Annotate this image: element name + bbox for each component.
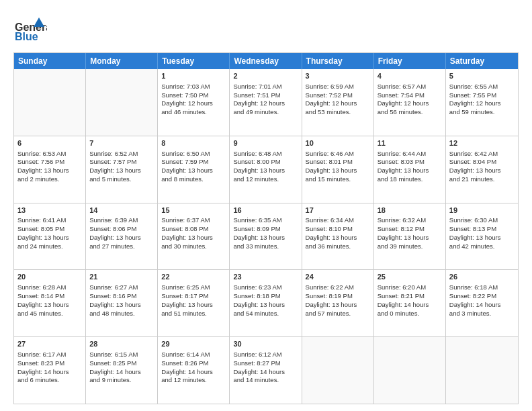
day-info-line: Sunset: 8:05 PM (17, 225, 82, 234)
day-info-line: Sunset: 7:59 PM (161, 158, 226, 167)
day-number: 21 (89, 272, 154, 282)
day-info-line: Daylight: 13 hours (233, 301, 298, 310)
logo: General Blue (13, 12, 47, 46)
day-info-line: Daylight: 13 hours (306, 301, 370, 310)
day-number: 23 (233, 272, 298, 282)
day-number: 14 (89, 205, 154, 216)
day-info-line: Sunrise: 6:27 AM (89, 283, 154, 292)
day-info-line: and 53 minutes. (306, 108, 370, 117)
calendar: SundayMondayTuesdayWednesdayThursdayFrid… (13, 52, 519, 404)
day-info-line: Daylight: 13 hours (89, 167, 154, 175)
day-info-line: Sunset: 8:09 PM (233, 225, 298, 234)
day-info-line: Sunrise: 6:15 AM (89, 351, 154, 359)
day-number: 4 (378, 71, 442, 81)
day-info-line: and 45 minutes. (17, 310, 82, 318)
day-info-line: and 24 minutes. (17, 242, 82, 251)
day-info-line: Sunrise: 6:42 AM (449, 150, 515, 158)
day-info-line: Sunset: 8:04 PM (449, 158, 515, 167)
day-info-line: Sunrise: 6:50 AM (161, 150, 226, 158)
day-info-line: and 15 minutes. (306, 175, 370, 184)
day-number: 5 (449, 71, 515, 81)
calendar-row-1: 1Sunrise: 7:03 AMSunset: 7:50 PMDaylight… (14, 69, 518, 136)
day-info-line: Sunrise: 6:20 AM (378, 283, 442, 292)
day-info-line: Sunrise: 6:17 AM (17, 351, 82, 359)
day-number: 7 (89, 138, 154, 148)
calendar-cell: 23Sunrise: 6:23 AMSunset: 8:18 PMDayligh… (230, 270, 302, 336)
calendar-cell: 29Sunrise: 6:14 AMSunset: 8:26 PMDayligh… (158, 337, 230, 404)
calendar-cell: 28Sunrise: 6:15 AMSunset: 8:25 PMDayligh… (86, 337, 158, 404)
day-info-line: and 57 minutes. (306, 310, 370, 318)
calendar-cell: 30Sunrise: 6:12 AMSunset: 8:27 PMDayligh… (230, 337, 302, 404)
day-info-line: Daylight: 13 hours (233, 167, 298, 175)
day-info-line: Sunset: 8:22 PM (449, 292, 515, 301)
day-info-line: Sunrise: 6:44 AM (378, 150, 442, 158)
day-info-line: Sunset: 7:52 PM (306, 91, 370, 100)
day-number: 3 (306, 71, 370, 81)
day-info-line: Sunrise: 6:41 AM (17, 216, 82, 225)
calendar-cell: 16Sunrise: 6:35 AMSunset: 8:09 PMDayligh… (230, 203, 302, 270)
header-day-tuesday: Tuesday (158, 53, 230, 69)
day-info-line: Daylight: 13 hours (161, 234, 226, 242)
day-info-line: and 48 minutes. (89, 310, 154, 318)
calendar-row-3: 13Sunrise: 6:41 AMSunset: 8:05 PMDayligh… (14, 203, 518, 271)
calendar-header: SundayMondayTuesdayWednesdayThursdayFrid… (14, 53, 518, 69)
svg-text:Blue: Blue (15, 31, 38, 42)
day-number: 2 (233, 71, 298, 81)
day-info-line: Daylight: 13 hours (449, 234, 515, 242)
day-info-line: Sunrise: 6:14 AM (161, 351, 226, 359)
day-info-line: and 0 minutes. (378, 310, 442, 318)
calendar-cell: 22Sunrise: 6:25 AMSunset: 8:17 PMDayligh… (158, 270, 230, 336)
day-info-line: Sunset: 7:54 PM (378, 91, 442, 100)
day-info-line: and 8 minutes. (161, 175, 226, 184)
logo-icon: General Blue (13, 12, 47, 46)
day-info-line: and 9 minutes. (89, 376, 154, 385)
day-info-line: and 12 minutes. (161, 376, 226, 385)
day-info-line: and 39 minutes. (378, 242, 442, 251)
calendar-row-2: 6Sunrise: 6:53 AMSunset: 7:56 PMDaylight… (14, 136, 518, 203)
calendar-cell: 6Sunrise: 6:53 AMSunset: 7:56 PMDaylight… (14, 136, 86, 203)
calendar-cell: 27Sunrise: 6:17 AMSunset: 8:23 PMDayligh… (14, 337, 86, 404)
day-info-line: Sunset: 8:00 PM (233, 158, 298, 167)
calendar-cell (302, 337, 374, 404)
calendar-cell: 26Sunrise: 6:18 AMSunset: 8:22 PMDayligh… (446, 270, 518, 336)
calendar-cell: 13Sunrise: 6:41 AMSunset: 8:05 PMDayligh… (14, 203, 86, 270)
day-info-line: Sunrise: 6:39 AM (89, 216, 154, 225)
day-info-line: Daylight: 14 hours (161, 368, 226, 377)
calendar-body: 1Sunrise: 7:03 AMSunset: 7:50 PMDaylight… (14, 69, 518, 404)
day-number: 20 (17, 272, 82, 282)
day-info-line: Sunset: 8:17 PM (161, 292, 226, 301)
day-info-line: and 30 minutes. (161, 242, 226, 251)
day-info-line: and 36 minutes. (306, 242, 370, 251)
day-info-line: Sunrise: 6:25 AM (161, 283, 226, 292)
day-number: 1 (161, 71, 226, 81)
day-info-line: Sunset: 8:27 PM (233, 359, 298, 368)
calendar-row-5: 27Sunrise: 6:17 AMSunset: 8:23 PMDayligh… (14, 337, 518, 404)
day-number: 13 (17, 205, 82, 216)
page: General Blue SundayMondayTuesdayWednesda… (0, 0, 532, 411)
calendar-cell: 18Sunrise: 6:32 AMSunset: 8:12 PMDayligh… (374, 203, 446, 270)
day-number: 10 (306, 138, 370, 148)
calendar-cell: 14Sunrise: 6:39 AMSunset: 8:06 PMDayligh… (86, 203, 158, 270)
day-info-line: Sunrise: 6:28 AM (17, 283, 82, 292)
day-number: 24 (306, 272, 370, 282)
day-info-line: Daylight: 13 hours (89, 234, 154, 242)
day-info-line: Daylight: 13 hours (233, 234, 298, 242)
calendar-cell: 17Sunrise: 6:34 AMSunset: 8:10 PMDayligh… (302, 203, 374, 270)
calendar-row-4: 20Sunrise: 6:28 AMSunset: 8:14 PMDayligh… (14, 270, 518, 337)
day-info-line: Sunset: 7:56 PM (17, 158, 82, 167)
day-info-line: Sunset: 8:25 PM (89, 359, 154, 368)
day-info-line: Sunset: 8:03 PM (378, 158, 442, 167)
day-info-line: Daylight: 12 hours (378, 99, 442, 108)
day-info-line: Sunset: 7:55 PM (449, 91, 515, 100)
day-info-line: and 51 minutes. (161, 310, 226, 318)
day-number: 25 (378, 272, 442, 282)
day-info-line: Sunrise: 6:48 AM (233, 150, 298, 158)
day-info-line: Sunset: 8:19 PM (306, 292, 370, 301)
header-day-sunday: Sunday (14, 53, 86, 69)
calendar-cell: 1Sunrise: 7:03 AMSunset: 7:50 PMDaylight… (158, 69, 230, 136)
day-info-line: and 27 minutes. (89, 242, 154, 251)
calendar-cell: 5Sunrise: 6:55 AMSunset: 7:55 PMDaylight… (446, 69, 518, 136)
day-info-line: Sunset: 7:57 PM (89, 158, 154, 167)
day-number: 29 (161, 339, 226, 349)
calendar-cell: 24Sunrise: 6:22 AMSunset: 8:19 PMDayligh… (302, 270, 374, 336)
